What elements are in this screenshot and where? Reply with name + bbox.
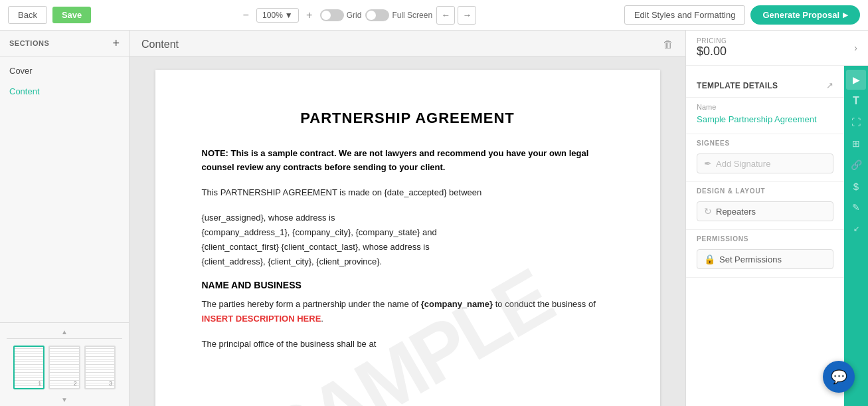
repeaters-label: Repeaters: [716, 207, 826, 217]
save-button[interactable]: Save: [52, 7, 91, 23]
design-layout-title: DESIGN & LAYOUT: [697, 187, 833, 195]
grid-toggle[interactable]: [320, 9, 344, 21]
para2-line2: {company_address_1}, {company_city}, {co…: [202, 227, 437, 237]
side-icon-bar: ▶ T ⛶ ⊞ 🔗 $ ✎ ↙: [844, 66, 868, 406]
para2-line4: {client_address}, {client_city}, {client…: [202, 256, 383, 266]
template-details-title: TEMPLATE DETAILS: [697, 81, 778, 90]
zoom-in-button[interactable]: +: [303, 9, 316, 22]
pricing-row: PRICING $0.00 ›: [686, 31, 868, 66]
zoom-value: 100%: [262, 11, 283, 20]
permissions-section: PERMISSIONS 🔒 Set Permissions: [686, 230, 844, 278]
external-link-icon[interactable]: ↗: [826, 80, 833, 90]
watermark: SAMPLE: [249, 251, 565, 406]
sidebar-icon-image[interactable]: ⛶: [846, 112, 866, 132]
sections-title: SECTIONS: [9, 39, 49, 47]
zoom-out-button[interactable]: −: [239, 9, 252, 22]
thumbnails-row: 1 2 3: [7, 338, 122, 393]
para3-before: The parties hereby form a partnership un…: [202, 299, 421, 309]
para3-variable: {company_name}: [421, 299, 493, 309]
thumb-number-2: 2: [74, 380, 77, 387]
para3-after: to conduct the business of: [493, 299, 596, 309]
add-section-button[interactable]: +: [112, 37, 120, 49]
signature-icon: ✒: [704, 158, 712, 169]
right-panel-wrap: TEMPLATE DETAILS ↗ Name Sample Partnersh…: [686, 66, 868, 406]
content-header: Content 🗑: [130, 31, 685, 56]
doc-title: PARTNERSHIP AGREEMENT: [202, 110, 614, 127]
para2-line3: {client_contact_first} {client_contact_l…: [202, 242, 430, 252]
generate-proposal-button[interactable]: Generate Proposal: [750, 5, 860, 25]
para2-line1: {user_assigned}, whose address is: [202, 213, 335, 223]
zoom-dropdown-icon: ▼: [285, 11, 293, 20]
fullscreen-label: Full Screen: [392, 11, 432, 20]
pricing-info: PRICING $0.00: [697, 37, 727, 58]
scroll-up-arrow[interactable]: ▲: [7, 326, 122, 338]
zoom-display[interactable]: 100% ▼: [256, 8, 299, 23]
sidebar-icon-text[interactable]: T: [846, 91, 866, 111]
pricing-label: PRICING: [697, 37, 727, 45]
thumb-number-1: 1: [38, 380, 41, 387]
left-sidebar: SECTIONS + Cover Content ▲ 1 2 3: [0, 31, 130, 406]
sections-header: SECTIONS +: [0, 31, 129, 56]
add-signature-placeholder: Add Signature: [716, 159, 826, 169]
doc-para-1: This PARTNERSHIP AGREEMENT is made on {d…: [202, 185, 614, 200]
sidebar-icon-table[interactable]: ⊞: [846, 134, 866, 153]
toolbar-center: − 100% ▼ + Grid Full Screen ← →: [96, 6, 619, 25]
right-sidebar: PRICING $0.00 › TEMPLATE DETAILS ↗ Name …: [685, 31, 868, 406]
chat-icon: 💬: [831, 369, 847, 385]
add-signature-row[interactable]: ✒ Add Signature: [697, 153, 833, 173]
section-list: Cover Content: [0, 56, 129, 322]
center-content: Content 🗑 SAMPLE PARTNERSHIP AGREEMENT N…: [130, 31, 685, 406]
sidebar-icon-minimize[interactable]: ↙: [846, 219, 866, 239]
scroll-down-arrow[interactable]: ▼: [7, 393, 122, 406]
delete-section-button[interactable]: 🗑: [663, 39, 673, 51]
para3-highlight: INSERT DESCRIPTION HERE: [202, 314, 321, 324]
thumbnail-1[interactable]: 1: [13, 346, 44, 389]
name-section: Name Sample Partnership Agreement: [686, 98, 844, 134]
right-panel-content: TEMPLATE DETAILS ↗ Name Sample Partnersh…: [686, 66, 844, 406]
sidebar-item-content[interactable]: Content: [0, 81, 129, 102]
template-details-header: TEMPLATE DETAILS ↗: [686, 74, 844, 98]
toolbar: Back Save − 100% ▼ + Grid Full Screen ← …: [0, 0, 868, 31]
fullscreen-toggle[interactable]: [365, 9, 389, 21]
back-button[interactable]: Back: [8, 6, 47, 24]
doc-section-title: NAME AND BUSINESS: [202, 280, 614, 290]
thumbnail-3[interactable]: 3: [84, 346, 116, 389]
doc-note: NOTE: This is a sample contract. We are …: [202, 147, 614, 175]
name-field-value: Sample Partnership Agreement: [697, 114, 833, 126]
main-area: SECTIONS + Cover Content ▲ 1 2 3: [0, 31, 868, 406]
thumbnail-2[interactable]: 2: [48, 346, 80, 389]
chat-button[interactable]: 💬: [823, 361, 855, 393]
sidebar-icon-arrow[interactable]: ▶: [846, 70, 866, 90]
thumb-number-3: 3: [109, 380, 112, 387]
sidebar-item-cover[interactable]: Cover: [0, 60, 129, 81]
name-field-label: Name: [697, 103, 833, 111]
set-permissions-row[interactable]: 🔒 Set Permissions: [697, 249, 833, 269]
grid-toggle-wrap: Grid: [320, 9, 362, 21]
sidebar-icon-link[interactable]: 🔗: [846, 155, 866, 175]
doc-para-3: The parties hereby form a partnership un…: [202, 297, 614, 326]
edit-styles-button[interactable]: Edit Styles and Formatting: [624, 5, 745, 25]
fullscreen-toggle-wrap: Full Screen: [365, 9, 432, 21]
sidebar-icon-dollar[interactable]: $: [846, 176, 866, 196]
set-permissions-label: Set Permissions: [719, 254, 826, 264]
repeaters-row[interactable]: ↻ Repeaters: [697, 201, 833, 221]
sidebar-icon-pen[interactable]: ✎: [846, 197, 866, 217]
design-layout-section: DESIGN & LAYOUT ↻ Repeaters: [686, 182, 844, 230]
pricing-value: $0.00: [697, 45, 727, 58]
thumbnails-container: ▲ 1 2 3 ▼: [0, 322, 129, 406]
doc-page: SAMPLE PARTNERSHIP AGREEMENT NOTE: This …: [155, 70, 660, 406]
nav-forward-arrow[interactable]: →: [458, 6, 476, 25]
repeaters-icon: ↻: [704, 206, 712, 217]
para3-end: .: [321, 314, 323, 324]
nav-back-arrow[interactable]: ←: [436, 6, 455, 25]
toolbar-right: Edit Styles and Formatting Generate Prop…: [624, 5, 860, 25]
signees-section: SIGNEES ✒ Add Signature: [686, 134, 844, 182]
doc-para-4: The principal office of the business sha…: [202, 337, 614, 352]
content-section-title: Content: [141, 39, 179, 51]
pricing-chevron-icon[interactable]: ›: [854, 43, 857, 53]
doc-para-2: {user_assigned}, whose address is {compa…: [202, 211, 614, 269]
nav-arrows: ← →: [436, 6, 476, 25]
signees-title: SIGNEES: [697, 140, 833, 147]
grid-label: Grid: [347, 11, 362, 20]
content-scroll[interactable]: SAMPLE PARTNERSHIP AGREEMENT NOTE: This …: [130, 56, 685, 406]
